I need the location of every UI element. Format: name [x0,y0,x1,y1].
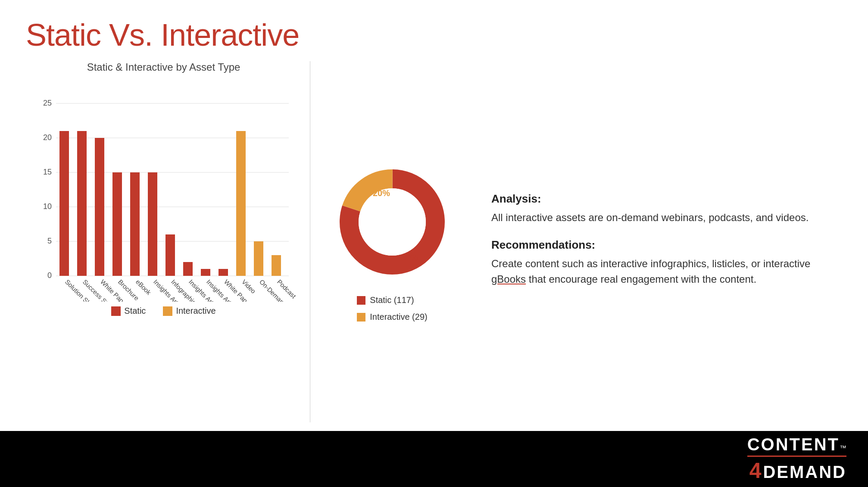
svg-text:10: 10 [43,202,51,211]
logo-demand-text: DEMAND [763,462,846,482]
bar-chart-svg: 25 20 15 10 5 0 Solution Sheet Success S… [30,78,297,302]
svg-rect-12 [59,131,69,276]
logo-divider [747,456,846,457]
donut-label-20: 20% [373,188,390,198]
svg-rect-20 [130,172,140,276]
bar-chart-container: 25 20 15 10 5 0 Solution Sheet Success S… [30,78,297,302]
donut-interactive-label: Interactive (29) [370,312,427,322]
svg-text:0: 0 [47,271,51,280]
svg-rect-24 [165,234,175,276]
svg-rect-16 [95,138,104,276]
svg-text:5: 5 [47,237,51,245]
logo: CONTENT ™ 4 DEMAND [747,435,846,483]
svg-rect-28 [201,269,210,276]
logo-content-text: CONTENT [747,435,840,454]
svg-rect-32 [236,131,246,276]
analysis-panel: Analysis: All interactive assets are on-… [474,61,842,422]
page-title: Static Vs. Interactive [0,0,868,61]
footer: CONTENT ™ 4 DEMAND [0,431,868,487]
svg-text:Video: Video [240,278,257,295]
analysis-title: Analysis: [491,192,834,206]
content-area: Static & Interactive by Asset Type 25 20 [0,61,868,431]
donut-svg: 20% 80% [332,162,453,282]
legend-static: Static [111,306,146,316]
legend-static-label: Static [124,306,146,316]
recommendations-title: Recommendations: [491,238,834,252]
analysis-text: All interactive assets are on-demand web… [491,210,834,225]
logo-top-row: CONTENT ™ [747,435,846,454]
donut-static-legend-icon [357,296,365,305]
svg-rect-18 [112,172,122,276]
svg-rect-26 [183,262,193,276]
svg-rect-38 [111,306,121,316]
svg-text:15: 15 [43,168,51,176]
analysis-section: Analysis: All interactive assets are on-… [491,192,834,225]
donut-legend-static: Static (117) [357,295,427,305]
recommendations-section: Recommendations: Create content such as … [491,238,834,287]
logo-tm: ™ [840,444,846,452]
logo-bottom-row: 4 DEMAND [748,458,846,483]
recommendations-text: Create content such as interactive infog… [491,256,834,287]
svg-rect-30 [219,269,228,276]
rec-text-1: Create content such as interactive infog… [491,258,810,269]
interactive-legend-icon [163,306,172,316]
static-legend-icon [111,306,121,316]
legend-interactive-label: Interactive [176,306,215,316]
svg-text:20: 20 [43,133,51,142]
donut-legend-interactive: Interactive (29) [357,312,427,322]
donut-container: 20% 80% [332,162,453,282]
bar-chart-panel: Static & Interactive by Asset Type 25 20 [26,61,310,422]
svg-rect-22 [148,172,157,276]
donut-label-80: 80% [401,253,418,262]
svg-rect-41 [357,313,365,322]
donut-chart-panel: 20% 80% Static (117) Interactive (29) [310,61,474,422]
bar-chart-title: Static & Interactive by Asset Type [87,61,240,73]
rec-text-2: that encourage real engagement with the … [526,273,756,285]
logo-four: 4 [749,458,762,483]
donut-inner [359,188,426,256]
slide: Static Vs. Interactive Static & Interact… [0,0,868,487]
svg-text:25: 25 [43,99,51,107]
legend-interactive: Interactive [163,306,215,316]
donut-static-label: Static (117) [370,295,414,305]
svg-rect-34 [254,241,263,276]
donut-interactive-legend-icon [357,313,365,322]
svg-rect-40 [357,296,365,305]
svg-rect-14 [77,131,87,276]
svg-rect-36 [272,255,281,276]
chart-legend: Static Interactive [111,306,215,316]
donut-legend: Static (117) Interactive (29) [357,295,427,322]
svg-rect-39 [163,306,172,316]
rec-gbooks: gBooks [491,273,526,285]
